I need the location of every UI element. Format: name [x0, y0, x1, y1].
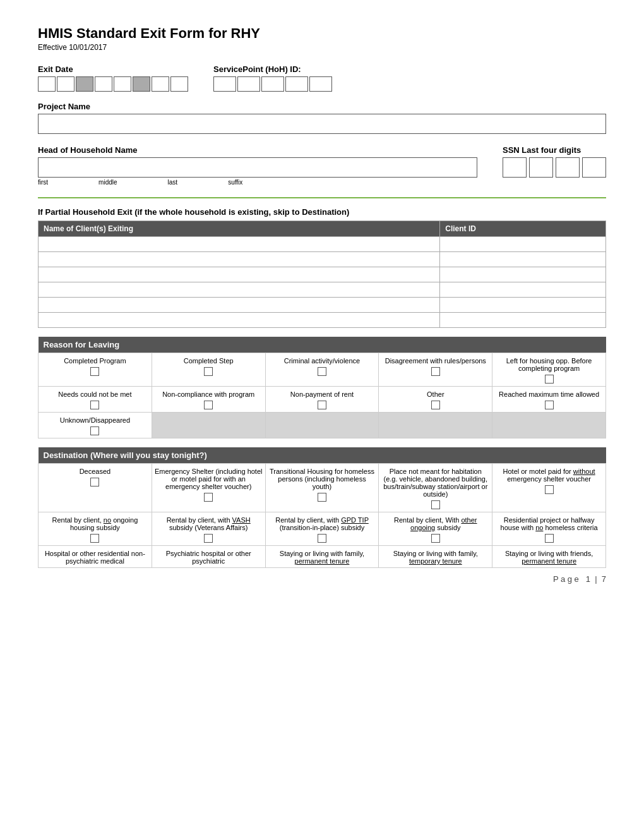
partial-name-2[interactable] — [39, 252, 440, 267]
disagreement-checkbox[interactable] — [431, 367, 440, 376]
reason-for-leaving-table: Reason for Leaving Completed Program Com… — [38, 337, 606, 438]
friends-perm-label: Staying or living with friends, permanen… — [495, 550, 603, 565]
dest-emergency-shelter: Emergency Shelter (including hotel or mo… — [152, 464, 265, 512]
reason-max-time: Reached maximum time allowed — [492, 387, 606, 413]
partial-name-5[interactable] — [39, 298, 440, 313]
partial-id-3[interactable] — [440, 267, 606, 282]
partial-name-4[interactable] — [39, 282, 440, 298]
partial-id-4[interactable] — [440, 282, 606, 298]
rental-other-subsidy-label: Rental by client, With other ongoing sub… — [381, 516, 489, 531]
project-name-label: Project Name — [38, 102, 606, 111]
unknown-label: Unknown/Disappeared — [41, 416, 149, 424]
dest-psychiatric: Psychiatric hospital or other psychiatri… — [152, 546, 265, 568]
partial-name-3[interactable] — [39, 267, 440, 282]
partial-name-1[interactable] — [39, 237, 440, 252]
dest-hotel-motel: Hotel or motel paid for without emergenc… — [492, 464, 606, 512]
exit-day-box1[interactable] — [95, 76, 112, 92]
hoh-first-label: first — [38, 179, 48, 186]
exit-day-box2[interactable] — [114, 76, 131, 92]
deceased-checkbox[interactable] — [90, 478, 99, 486]
hoh-last-label: last — [168, 179, 178, 186]
psychiatric-label: Psychiatric hospital or other psychiatri… — [155, 550, 263, 565]
page-number: P a g e 1 | 7 — [38, 574, 606, 584]
partial-id-5[interactable] — [440, 298, 606, 313]
non-payment-label: Non-payment of rent — [268, 390, 376, 398]
dest-residential: Residential project or halfway house wit… — [492, 512, 606, 546]
reason-other: Other — [379, 387, 492, 413]
completed-program-checkbox[interactable] — [90, 367, 99, 376]
dest-friends-perm: Staying or living with friends, permanen… — [492, 546, 606, 568]
ssn-label: SSN Last four digits — [503, 145, 606, 155]
dest-rental-gpd: Rental by client, with GPD TIP (transiti… — [265, 512, 379, 546]
hoh-name-input[interactable] — [38, 157, 477, 178]
sp-box2[interactable] — [237, 76, 260, 92]
residential-checkbox[interactable] — [545, 534, 554, 543]
criminal-checkbox[interactable] — [318, 367, 326, 376]
reason-completed-program: Completed Program — [39, 353, 152, 387]
exit-year-box2[interactable] — [170, 76, 188, 92]
reason-row-3: Unknown/Disappeared — [39, 413, 606, 438]
destination-header: Destination (Where will you stay tonight… — [39, 447, 606, 464]
dest-row-3: Hospital or other residential non-psychi… — [39, 546, 606, 568]
rental-no-subsidy-label: Rental by client, no ongoing housing sub… — [41, 516, 149, 531]
rental-gpd-checkbox[interactable] — [318, 534, 326, 543]
partial-row-5 — [39, 298, 606, 313]
page-current: 1 — [586, 574, 590, 584]
other-label: Other — [381, 390, 489, 398]
exit-month-box2[interactable] — [57, 76, 75, 92]
effective-date: Effective 10/01/2017 — [38, 43, 606, 52]
partial-name-6[interactable] — [39, 313, 440, 328]
max-time-label: Reached maximum time allowed — [495, 390, 603, 398]
exit-date-label: Exit Date — [38, 64, 188, 74]
hoh-name-sublabels: first middle last suffix — [38, 178, 477, 186]
partial-exit-table: Name of Client(s) Exiting Client ID — [38, 221, 606, 328]
needs-not-met-checkbox[interactable] — [90, 401, 99, 409]
housing-opp-checkbox[interactable] — [545, 375, 554, 384]
ssn-box3[interactable] — [556, 157, 580, 178]
sp-box3[interactable] — [261, 76, 284, 92]
sp-box5[interactable] — [309, 76, 332, 92]
ssn-box2[interactable] — [529, 157, 553, 178]
exit-year-box1[interactable] — [152, 76, 169, 92]
dest-family-perm: Staying or living with family, permanent… — [265, 546, 379, 568]
reason-row-1: Completed Program Completed Step Crimina… — [39, 353, 606, 387]
other-checkbox[interactable] — [431, 401, 440, 409]
reason-empty-3 — [379, 413, 492, 438]
partial-id-2[interactable] — [440, 252, 606, 267]
max-time-checkbox[interactable] — [545, 401, 554, 409]
partial-id-1[interactable] — [440, 237, 606, 252]
project-name-input[interactable] — [38, 114, 606, 134]
dest-place-not-meant: Place not meant for habitation (e.g. veh… — [379, 464, 492, 512]
reason-row-2: Needs could not be met Non-compliance wi… — [39, 387, 606, 413]
sp-box1[interactable] — [213, 76, 236, 92]
completed-program-label: Completed Program — [41, 357, 149, 365]
reason-header: Reason for Leaving — [39, 337, 606, 353]
non-payment-checkbox[interactable] — [318, 401, 326, 409]
place-not-meant-label: Place not meant for habitation (e.g. veh… — [381, 468, 489, 498]
criminal-label: Criminal activity/violence — [268, 357, 376, 365]
exit-date-fields[interactable] — [38, 76, 188, 92]
hoh-middle-label: middle — [98, 179, 117, 186]
ssn-box4[interactable] — [582, 157, 606, 178]
rental-other-subsidy-checkbox[interactable] — [431, 534, 440, 543]
residential-label: Residential project or halfway house wit… — [495, 516, 603, 531]
rental-no-subsidy-checkbox[interactable] — [90, 534, 99, 543]
non-compliance-checkbox[interactable] — [204, 401, 213, 409]
rental-vash-checkbox[interactable] — [204, 534, 213, 543]
sp-box4[interactable] — [285, 76, 308, 92]
transitional-checkbox[interactable] — [318, 493, 326, 502]
completed-step-checkbox[interactable] — [204, 367, 213, 376]
partial-id-6[interactable] — [440, 313, 606, 328]
partial-row-6 — [39, 313, 606, 328]
partial-row-3 — [39, 267, 606, 282]
partial-col1-header: Name of Client(s) Exiting — [39, 221, 440, 237]
place-not-meant-checkbox[interactable] — [431, 500, 440, 509]
exit-month-box1[interactable] — [38, 76, 56, 92]
emergency-shelter-checkbox[interactable] — [204, 493, 213, 502]
sp-id-fields[interactable] — [213, 76, 332, 92]
unknown-checkbox[interactable] — [90, 426, 99, 435]
hotel-motel-checkbox[interactable] — [545, 485, 554, 494]
ssn-fields[interactable] — [503, 157, 606, 178]
dest-deceased: Deceased — [39, 464, 152, 512]
ssn-box1[interactable] — [503, 157, 527, 178]
